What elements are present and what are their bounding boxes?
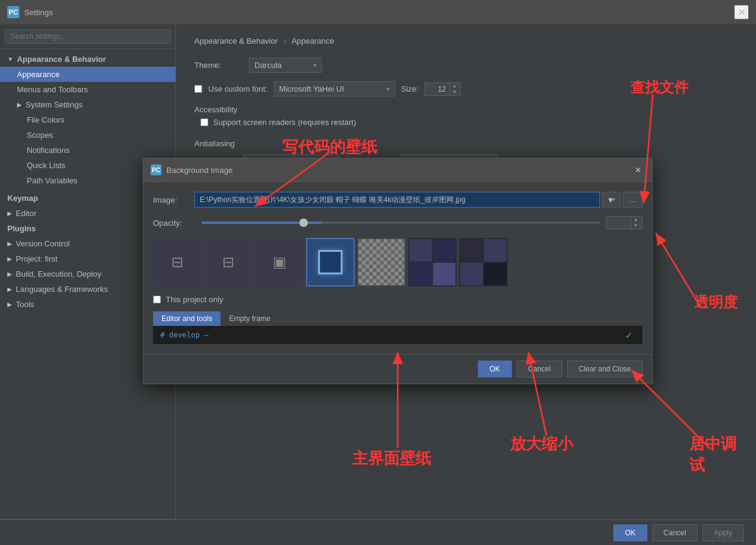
sidebar-item-appearance-behavior[interactable]: ▼ Appearance & Behavior	[0, 52, 175, 67]
image-dropdown-btn[interactable]: ▼	[602, 192, 621, 208]
accessibility-label: Accessibility	[194, 105, 738, 114]
custom-font-label: Use custom font:	[208, 84, 268, 93]
preview-cell-dark1[interactable]	[408, 238, 457, 286]
opacity-slider[interactable]	[202, 222, 600, 224]
preview-checker	[358, 239, 404, 285]
antialiasing-label: Antialiasing	[194, 139, 738, 148]
opacity-row: Opacity: 25 ▲ ▼	[153, 216, 642, 229]
expand-arrow: ▶	[7, 301, 12, 308]
preview-cell-blue-selected[interactable]	[306, 238, 355, 286]
preview-cell-frame[interactable]: ▣	[255, 238, 304, 286]
dialog-title-left: PC Background Image	[151, 164, 233, 175]
font-size-spinners: ▲ ▼	[449, 83, 458, 95]
opacity-label: Opacity:	[153, 218, 196, 228]
dialog-ok-button[interactable]: OK	[478, 361, 511, 377]
image-path-container: ▼ ...	[194, 192, 642, 208]
apply-button[interactable]: Apply	[703, 524, 744, 541]
dialog-cancel-button[interactable]: Cancel	[517, 361, 562, 377]
font-size-box: ▲ ▼	[424, 83, 461, 96]
sidebar-item-scopes[interactable]: Scopes	[0, 127, 175, 143]
project-only-row: This project only	[153, 295, 642, 304]
preview-center-frame	[318, 250, 342, 274]
image-path-input[interactable]	[194, 192, 600, 208]
sidebar-item-system-settings[interactable]: ▶ System Settings	[0, 97, 175, 112]
window-title: Settings	[24, 8, 734, 17]
project-only-checkbox[interactable]	[153, 296, 161, 303]
expand-arrow: ▼	[7, 56, 13, 63]
sidebar-item-appearance[interactable]: Appearance	[0, 67, 175, 82]
tab-row: Editor and tools Empty frame	[153, 311, 642, 326]
opacity-down[interactable]: ▼	[632, 223, 640, 229]
preview-cell-checker[interactable]	[357, 238, 406, 286]
sidebar-item-notifications[interactable]: Notifications	[0, 143, 175, 158]
opacity-value-input[interactable]: 25	[607, 217, 631, 229]
opacity-value-box: 25 ▲ ▼	[606, 216, 642, 229]
font-row: Use custom font: Microsoft YaHei UI Size…	[194, 81, 738, 96]
support-screen-checkbox[interactable]	[200, 118, 208, 126]
expand-arrow: ▶	[7, 256, 12, 262]
cancel-button[interactable]: Cancel	[652, 524, 698, 541]
search-input[interactable]	[5, 29, 171, 44]
font-dropdown[interactable]: Microsoft YaHei UI	[274, 81, 395, 96]
dialog-titlebar: PC Background Image ✕	[143, 158, 652, 182]
bottom-bar: OK Cancel Apply	[0, 520, 756, 545]
app-icon: PC	[7, 6, 19, 18]
expand-arrow: ▶	[7, 271, 12, 277]
font-size-up[interactable]: ▲	[450, 83, 458, 89]
theme-label: Theme:	[194, 61, 243, 70]
image-label: Image:	[153, 195, 189, 205]
support-screen-label: Support screen readers (requires restart…	[213, 118, 356, 127]
editor-preview: # develop — ✓	[153, 326, 642, 344]
dialog-title: Background Image	[166, 166, 233, 175]
dialog-close-button[interactable]: ✕	[632, 163, 645, 177]
dialog-body: Image: ▼ ... Opacity: 25 ▲ ▼	[143, 182, 652, 354]
theme-row: Theme: Darcula	[194, 58, 738, 73]
preview-grid: ⊟ ⊟ ▣	[153, 238, 642, 286]
preview-cell-dark2[interactable]	[459, 238, 508, 286]
breadcrumb: Appearance & Behavior › Appearance	[194, 36, 738, 46]
expand-arrow: ▶	[7, 240, 12, 247]
browse-button[interactable]: ...	[623, 192, 642, 208]
breadcrumb-parent[interactable]: Appearance & Behavior	[194, 36, 278, 46]
editor-preview-text: # develop —	[160, 331, 208, 339]
expand-arrow: ▶	[7, 286, 12, 293]
tab-editor-tools[interactable]: Editor and tools	[153, 311, 220, 326]
close-button[interactable]: ✕	[734, 5, 749, 19]
preview-dark-grid2	[460, 239, 506, 285]
dialog-icon: PC	[151, 164, 162, 175]
support-screen-row: Support screen readers (requires restart…	[194, 118, 738, 127]
expand-arrow: ▶	[7, 210, 12, 217]
breadcrumb-separator: ›	[284, 36, 286, 46]
opacity-up[interactable]: ▲	[632, 217, 640, 223]
preview-dark-grid	[409, 239, 455, 285]
font-size-down[interactable]: ▼	[450, 89, 458, 95]
font-size-input[interactable]	[425, 83, 449, 95]
size-label: Size:	[401, 84, 419, 93]
preview-cell-center-v[interactable]: ⊟	[153, 238, 202, 286]
preview-cell-center-h[interactable]: ⊟	[204, 238, 253, 286]
ok-button[interactable]: OK	[613, 524, 647, 541]
title-bar: PC Settings ✕	[0, 0, 756, 24]
image-path-row: Image: ▼ ...	[153, 192, 642, 208]
preview-blue-grid	[307, 239, 353, 285]
expand-arrow: ▶	[17, 101, 22, 108]
sidebar-item-file-colors[interactable]: File Colors	[0, 112, 175, 127]
project-only-label: This project only	[166, 295, 223, 304]
breadcrumb-current: Appearance	[291, 36, 334, 46]
dialog-clear-close-button[interactable]: Clear and Close	[567, 361, 642, 377]
sidebar-item-menus-toolbars[interactable]: Menus and Toolbars	[0, 82, 175, 97]
tab-empty-frame[interactable]: Empty frame	[220, 311, 279, 326]
dialog-actions: OK Cancel Clear and Close	[143, 354, 652, 384]
opacity-spinners: ▲ ▼	[631, 217, 640, 229]
sidebar-search-area	[0, 24, 175, 49]
background-image-dialog: PC Background Image ✕ Image: ▼ ... Opaci…	[143, 158, 653, 384]
custom-font-checkbox[interactable]	[194, 85, 202, 93]
theme-dropdown[interactable]: Darcula	[249, 58, 322, 73]
check-icon: ✓	[625, 330, 633, 341]
